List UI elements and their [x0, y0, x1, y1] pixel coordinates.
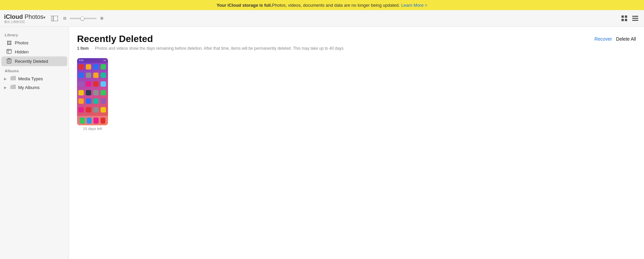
media-types-folder-icon [10, 76, 16, 81]
photo-thumbnail: 9:41 ▪▪▪ [77, 58, 108, 125]
sidebar-toggle-button[interactable] [51, 15, 58, 22]
dock-icon [80, 118, 85, 124]
dock-icon [101, 118, 106, 124]
app-icon [86, 64, 91, 70]
app-icon [78, 98, 84, 104]
main-header: Recently Deleted 1 Item · Photos and vid… [77, 34, 636, 51]
photo-grid: 9:41 ▪▪▪ [77, 58, 636, 131]
sidebar-item-recently-deleted-label: Recently Deleted [15, 59, 48, 64]
topbar-center-controls: ⊟ ⊞ [51, 15, 105, 22]
action-buttons: Recover Delete All [595, 36, 636, 42]
topbar-right-controls [620, 14, 640, 23]
main-layout: Library 🖼 Photos Hidden [0, 27, 644, 259]
status-bar: 9:41 ▪▪▪ [77, 58, 108, 63]
app-icon [86, 98, 91, 104]
storage-banner: Your iCloud storage is full. Photos, vid… [0, 0, 644, 10]
item-count: 1 Item [77, 46, 89, 51]
app-icon [86, 90, 91, 95]
albums-section-label: Albums [0, 66, 69, 74]
svg-rect-3 [625, 15, 627, 18]
my-albums-folder-icon [10, 85, 16, 90]
sidebar-item-recently-deleted[interactable]: Recently Deleted [1, 56, 67, 66]
hidden-sidebar-icon [6, 49, 12, 55]
app-icon [101, 64, 106, 70]
app-icon [86, 73, 91, 78]
sidebar-item-hidden[interactable]: Hidden [1, 47, 67, 56]
app-icon [78, 107, 84, 113]
subtitle-dot: · [91, 46, 94, 51]
zoom-out-icon[interactable]: ⊟ [61, 15, 68, 22]
app-icon [101, 98, 106, 104]
app-grid [77, 63, 108, 116]
app-icon [86, 107, 91, 113]
my-albums-chevron-icon: ▶ [4, 86, 8, 89]
sidebar-item-photos-label: Photos [15, 40, 28, 45]
zoom-in-icon[interactable]: ⊞ [98, 15, 105, 22]
sidebar: Library 🖼 Photos Hidden [0, 27, 69, 259]
dock-icon [87, 118, 92, 124]
banner-message-normal: Photos, videos, documents and data are n… [272, 3, 400, 8]
sidebar-group-my-albums-label: My Albums [18, 85, 40, 90]
photo-item[interactable]: 9:41 ▪▪▪ [77, 58, 108, 131]
app-icon [101, 90, 106, 95]
svg-rect-8 [632, 20, 638, 21]
svg-rect-0 [51, 16, 58, 21]
recently-deleted-sidebar-icon [6, 58, 12, 64]
brand-subtitle: 退出上表饮记忆 [4, 20, 45, 24]
icloud-text: iCloud [4, 13, 23, 20]
app-icon [93, 90, 99, 95]
app-icon [93, 98, 99, 104]
subtitle-description: Photos and videos show the days remainin… [95, 46, 345, 51]
sidebar-item-hidden-label: Hidden [15, 49, 29, 54]
grid-view-button[interactable] [620, 14, 629, 23]
zoom-slider-container: ⊟ ⊞ [61, 15, 105, 22]
sidebar-group-media-types-label: Media Types [18, 76, 43, 81]
delete-all-button[interactable]: Delete All [616, 36, 636, 42]
phone-mockup: 9:41 ▪▪▪ [77, 58, 108, 125]
svg-rect-7 [632, 18, 638, 19]
svg-rect-9 [7, 49, 11, 53]
svg-rect-6 [632, 16, 638, 17]
media-types-chevron-icon: ▶ [4, 77, 8, 81]
learn-more-link[interactable]: Learn More > [401, 3, 427, 8]
recover-button[interactable]: Recover [595, 36, 612, 42]
svg-rect-4 [621, 19, 624, 21]
app-icon [101, 73, 106, 78]
banner-message-bold: Your iCloud storage is full. [217, 3, 272, 8]
library-section-label: Library [0, 30, 69, 38]
app-icon [93, 73, 99, 78]
app-icon [86, 81, 91, 87]
page-subtitle: 1 Item · Photos and videos show the days… [77, 46, 345, 51]
app-dock [77, 116, 108, 125]
svg-rect-5 [625, 19, 627, 21]
photos-text: Photos [23, 13, 43, 20]
list-view-button[interactable] [631, 14, 640, 23]
page-title-block: Recently Deleted 1 Item · Photos and vid… [77, 34, 345, 51]
app-icon [101, 81, 106, 87]
app-icon [93, 81, 99, 87]
app-icon [93, 107, 99, 113]
photo-caption: 15 days left [83, 127, 102, 131]
dock-icon [94, 118, 99, 124]
topbar: iCloud Photos▾ 退出上表饮记忆 ⊟ ⊞ [0, 10, 644, 27]
photos-sidebar-icon: 🖼 [6, 40, 12, 46]
app-icon [78, 64, 84, 70]
app-icon [93, 64, 99, 70]
caret-icon[interactable]: ▾ [43, 15, 45, 20]
app-logo: iCloud Photos▾ 退出上表饮记忆 [4, 13, 45, 24]
sidebar-group-my-albums[interactable]: ▶ My Albums [1, 83, 67, 92]
svg-rect-12 [7, 59, 11, 63]
app-icon [78, 90, 84, 95]
sidebar-item-photos[interactable]: 🖼 Photos [1, 38, 67, 47]
app-icon [78, 73, 84, 78]
zoom-slider[interactable] [70, 18, 97, 19]
page-title: Recently Deleted [77, 34, 345, 44]
sidebar-group-media-types[interactable]: ▶ Media Types [1, 74, 67, 83]
app-icon [78, 81, 84, 87]
app-icon [101, 107, 106, 113]
svg-rect-2 [621, 15, 624, 18]
main-content: Recently Deleted 1 Item · Photos and vid… [69, 27, 644, 259]
